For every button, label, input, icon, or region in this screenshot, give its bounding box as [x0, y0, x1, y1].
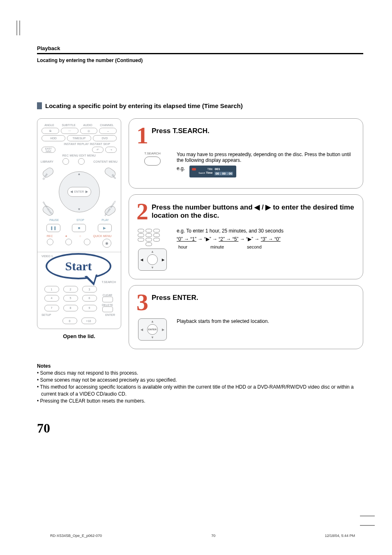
steps-column: 1 Press T.SEARCH. T.SEARCH You may have …	[129, 118, 363, 355]
hdd-button[interactable]: HDD	[42, 135, 65, 141]
key-8[interactable]: 8	[63, 305, 78, 311]
section-rule	[37, 53, 363, 54]
step-2-number: 2	[136, 202, 148, 221]
key-3[interactable]: 3	[82, 286, 97, 292]
mini-dpad-enter-icon: ▲ ▼ ◀ ▶ ENTER	[138, 318, 167, 341]
key-0[interactable]: 0	[62, 318, 77, 324]
notes-list: Some discs may not respond to this proce…	[37, 370, 363, 404]
step-3-icon: ▲ ▼ ◀ ▶ ENTER	[136, 318, 168, 341]
enter-label: ENTER	[105, 313, 115, 316]
mini-down-icon: ▼	[151, 266, 154, 269]
remote-label-audio: AUDIO	[83, 124, 92, 127]
step-1-number: 1	[136, 126, 148, 145]
angle-button[interactable]: ⧉	[42, 128, 59, 134]
stop-button[interactable]: ■	[72, 224, 86, 232]
mini-enter-label: ENTER	[147, 324, 158, 335]
remote-label-channel: CHANNEL	[100, 124, 113, 127]
rec-menu-button[interactable]	[62, 158, 69, 165]
step-1-eg: e.g.	[177, 166, 185, 171]
key-9[interactable]: 9	[82, 305, 97, 311]
channel-button[interactable]: ⌄	[99, 128, 117, 134]
content-menu-label: CONTENT MENU	[93, 160, 118, 163]
rec-label: REC	[47, 235, 53, 238]
step-2-seq-labels: hour minute second	[178, 244, 355, 249]
mini-center	[147, 254, 158, 265]
continued-heading: Locating by entering the number (Continu…	[37, 58, 363, 63]
notes-heading: Notes	[37, 363, 363, 369]
mini-up-icon: ▲	[151, 250, 154, 253]
clear-label: CLEAR	[100, 294, 115, 297]
key-6[interactable]: 6	[82, 295, 97, 302]
mini-down-icon-2: ▼	[151, 336, 154, 339]
subheading-row: Locating a specific point by entering it…	[37, 102, 363, 109]
key-4[interactable]: 4	[44, 295, 59, 302]
delete-label: DELETE	[100, 304, 115, 306]
step-1-title: Press T.SEARCH.	[152, 127, 210, 135]
key-2[interactable]: 2	[63, 286, 78, 292]
mini-left-icon: ◀	[141, 258, 143, 261]
mini-right-icon: ▶	[162, 258, 164, 261]
dpad-center[interactable]: ◀ ENTER ▶	[67, 187, 91, 197]
step-2-title: Press the number buttons and ◀ / ▶ to en…	[152, 203, 355, 220]
remote-label-subtitle: SUBTITLE	[62, 124, 76, 127]
step-3-text: Playback starts from the selected locati…	[177, 318, 355, 327]
remote-label-angle: ANGLE	[44, 124, 54, 127]
key-5[interactable]: 5	[63, 295, 78, 302]
dpad-left-icon: ◀	[70, 190, 73, 193]
tsearch-area: T.SEARCH	[101, 281, 116, 284]
delete-button[interactable]	[102, 306, 113, 312]
step-2-text: e.g. To enter 1 hour, 25 minutes, and 30…	[177, 228, 355, 249]
timeslip-button[interactable]: TIMESLIP	[67, 135, 91, 141]
dpad-up-icon: ▲	[78, 172, 81, 176]
mini-dpad-icon: ▲ ▼ ◀ ▶	[138, 249, 167, 271]
key-plus10[interactable]: +10	[81, 318, 96, 324]
dpad: SLOW SKIP FRAME/ADJUST PICTURE SEARCH ▲ …	[41, 168, 118, 215]
skip-label: SKIP	[111, 174, 117, 180]
audio-button[interactable]: ◎	[80, 128, 98, 134]
step-1: 1 Press T.SEARCH. T.SEARCH You may have …	[129, 118, 363, 189]
key-7[interactable]: 7	[44, 305, 59, 311]
star-button[interactable]	[65, 239, 72, 245]
mini-left-icon-2: ◀	[141, 327, 143, 331]
step-3-body: Playback starts from the selected locati…	[177, 318, 355, 324]
play-button[interactable]: ▶	[98, 224, 112, 232]
step-2-icon: ▲ ▼ ◀ ▶	[136, 228, 168, 271]
footer-right: 12/18/04, 5:44 PM	[325, 534, 355, 538]
step-1-icon-label: T.SEARCH	[136, 152, 168, 155]
tsearch-label: T.SEARCH	[101, 281, 116, 283]
quickmenu-label: QUICK MENU	[93, 235, 112, 238]
dvd-button[interactable]: DVD	[93, 135, 117, 141]
start-text: Start	[65, 259, 92, 273]
circle-button[interactable]	[84, 239, 90, 245]
stop-label: STOP	[76, 219, 84, 221]
mini-right-icon-2: ▶	[162, 327, 164, 331]
clear-button[interactable]	[102, 297, 113, 302]
notes-section: Notes Some discs may not respond to this…	[37, 363, 363, 404]
step-3-number: 3	[136, 293, 148, 312]
tsearch-button-icon	[144, 157, 161, 166]
library-label: LIBRARY	[41, 160, 53, 163]
star-icon: ★	[65, 235, 67, 238]
recmenu-editmenu-label: REC MENU EDIT MENU	[41, 154, 118, 157]
subtitle-button[interactable]: ⋯	[61, 128, 78, 134]
note-item: Some discs may not respond to this proce…	[37, 370, 363, 376]
quickmenu-button[interactable]: ◉	[102, 239, 111, 248]
easy-navi-button[interactable]: EASYNAVI	[42, 147, 55, 153]
play-label: PLAY	[101, 219, 108, 221]
note-item: Some scenes may not be accessed precisel…	[37, 377, 363, 383]
instant-skip-button[interactable]: ⇢	[105, 147, 117, 153]
subheading-bar	[37, 102, 42, 109]
rec-button[interactable]	[47, 239, 53, 245]
setup-label: SETUP	[42, 313, 51, 316]
note-item: Pressing the CLEAR button resets the num…	[37, 398, 363, 404]
start-callout: Start	[46, 253, 111, 279]
section-label: Playback	[37, 45, 363, 51]
pause-button[interactable]: ❚❚	[46, 224, 60, 232]
instant-replay-button[interactable]: ↶	[92, 147, 104, 153]
osd-display: Title Search Time 001 00 : 00 : 00	[189, 166, 236, 177]
remote-diagram: ANGLE SUBTITLE AUDIO CHANNEL ⧉ ⋯ ◎ ⌄ HDD…	[37, 118, 121, 329]
key-1[interactable]: 1	[44, 286, 59, 292]
crop-mark-top-left	[16, 21, 20, 37]
dpad-down-icon: ▼	[78, 207, 81, 211]
edit-menu-button[interactable]	[78, 158, 85, 165]
